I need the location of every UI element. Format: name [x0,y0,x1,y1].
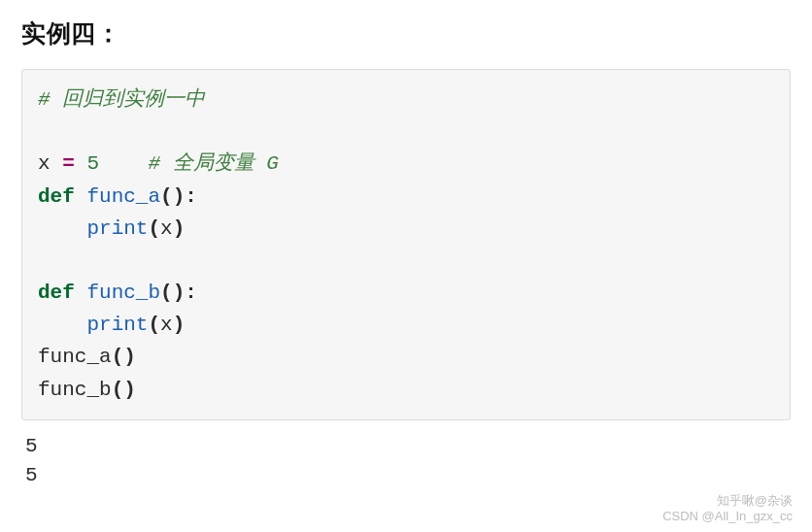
section-heading: 实例四： [21,17,791,50]
call-name: print [86,314,148,336]
paren-close: ) [173,314,186,336]
call-name: print [86,217,148,240]
comment-inline: # 全局变量 G [148,152,278,175]
argument: x [160,217,173,240]
output-block: 5 5 [21,432,791,491]
paren-close: ) [173,217,186,240]
assign-operator: = [62,152,75,175]
paren-close: ) [173,282,186,304]
watermark: 知乎啾@杂谈CSDN @All_In_gzx_cc [662,493,793,509]
variable-name: x [38,152,51,175]
keyword-def: def [38,185,75,208]
code-block: # 回归到实例一中 x = 5 # 全局变量 G def func_a(): p… [21,69,791,420]
call-expression: func_b [38,379,112,401]
paren-close: ) [123,379,136,401]
paren-open: ( [112,346,124,368]
paren-close: ) [123,346,136,368]
argument: x [160,314,173,336]
output-line: 5 [25,464,38,486]
keyword-def: def [38,282,75,304]
watermark-line: 知乎啾@杂谈 [717,493,793,508]
paren-open: ( [148,217,160,240]
paren-open: ( [148,314,160,336]
function-name: func_b [86,282,160,304]
paren-close: ) [173,185,186,208]
paren-open: ( [160,185,173,208]
colon: : [185,282,197,304]
paren-open: ( [160,282,173,304]
comment-line: # 回归到实例一中 [38,88,205,111]
number-literal: 5 [86,152,99,175]
paren-open: ( [112,379,124,401]
output-line: 5 [25,435,38,457]
call-expression: func_a [38,346,112,368]
function-name: func_a [86,185,160,208]
colon: : [185,185,197,208]
